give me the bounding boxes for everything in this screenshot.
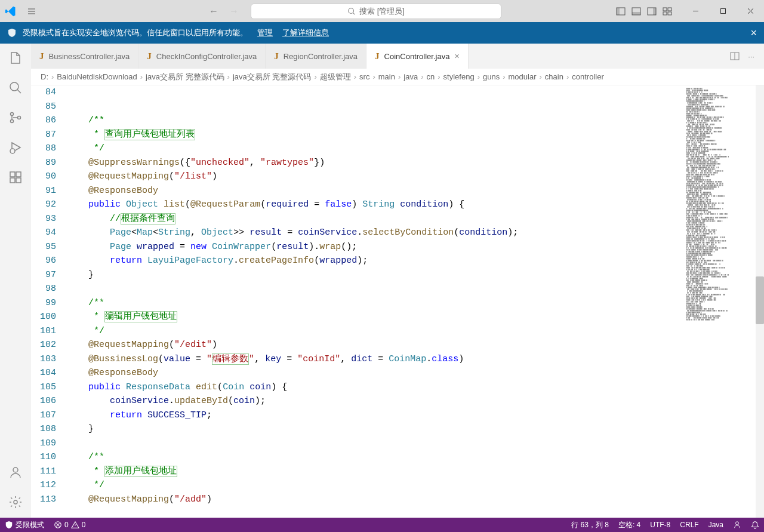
- tab-checkinconfigcontroller-java[interactable]: JCheckInConfigController.java: [138, 44, 266, 69]
- explorer-icon[interactable]: [8, 51, 23, 65]
- code-editor[interactable]: 8485868788899091929394959697989910010110…: [31, 85, 764, 518]
- run-debug-icon[interactable]: [8, 140, 23, 155]
- panel-bottom-icon[interactable]: [630, 5, 642, 17]
- layout-customize-icon[interactable]: [661, 5, 673, 17]
- code-line[interactable]: @BussinessLog(value = "编辑参数", key = "coi…: [67, 352, 684, 367]
- line-gutter: 8485868788899091929394959697989910010110…: [31, 85, 67, 518]
- minimize-button[interactable]: [682, 0, 709, 22]
- search-input[interactable]: 搜索 [管理员]: [251, 4, 501, 19]
- breadcrumb-item[interactable]: java: [403, 72, 418, 81]
- breadcrumbs[interactable]: D:›BaiduNetdiskDownload›java交易所 完整源代码›ja…: [31, 69, 764, 85]
- line-number: 100: [31, 310, 56, 324]
- breadcrumb-item[interactable]: src: [359, 72, 369, 81]
- panel-right-icon[interactable]: [646, 5, 658, 17]
- code-line[interactable]: [67, 85, 684, 100]
- code-line[interactable]: [67, 436, 684, 451]
- code-line[interactable]: coinService.updateById(coin);: [67, 394, 684, 408]
- status-feedback-icon[interactable]: [728, 518, 746, 532]
- status-language[interactable]: Java: [704, 518, 728, 532]
- breadcrumb-item[interactable]: chain: [545, 72, 563, 81]
- code-content[interactable]: /** * 查询用户钱包地址列表 */ @SuppressWarnings({"…: [67, 85, 684, 518]
- code-line[interactable]: }: [67, 268, 684, 282]
- code-line[interactable]: Page<Map<String, Object>> result = coinS…: [67, 226, 684, 240]
- nav-forward-icon[interactable]: →: [229, 6, 239, 17]
- code-line[interactable]: public ResponseData edit(Coin coin) {: [67, 380, 684, 395]
- code-line[interactable]: return LayuiPageFactory.createPageInfo(w…: [67, 254, 684, 268]
- breadcrumb-item[interactable]: java交易所 完整源代码: [233, 72, 311, 82]
- svg-rect-2: [617, 8, 620, 15]
- code-line[interactable]: @ResponseBody: [67, 184, 684, 198]
- restricted-mode-banner: 受限模式旨在实现安全地浏览代码。信任此窗口以启用所有功能。 管理 了解详细信息 …: [0, 22, 764, 44]
- code-line[interactable]: [67, 100, 684, 114]
- vertical-scrollbar[interactable]: [756, 85, 764, 518]
- banner-close-icon[interactable]: ×: [750, 27, 757, 39]
- panel-left-icon[interactable]: [615, 5, 627, 17]
- code-line[interactable]: @RequestMapping("/list"): [67, 170, 684, 184]
- status-restricted[interactable]: 受限模式: [0, 518, 49, 532]
- source-control-icon[interactable]: [8, 110, 23, 125]
- code-line[interactable]: * 编辑用户钱包地址: [67, 310, 684, 324]
- extensions-icon[interactable]: [8, 170, 23, 184]
- breadcrumb-item[interactable]: controller: [572, 72, 603, 81]
- status-indent[interactable]: 空格: 4: [614, 518, 645, 532]
- code-line[interactable]: }: [67, 422, 684, 436]
- minimap[interactable]: █████ ██ ████ ██ ██ █ ███ █ ██ ██ ██████…: [684, 85, 756, 518]
- breadcrumb-sep: ›: [51, 72, 54, 81]
- nav-back-icon[interactable]: ←: [209, 6, 218, 17]
- breadcrumb-item[interactable]: cn: [427, 72, 435, 81]
- code-line[interactable]: Page wrapped = new CoinWrapper(result).w…: [67, 240, 684, 254]
- java-file-icon: J: [39, 51, 44, 61]
- breadcrumb-sep: ›: [421, 72, 423, 81]
- split-editor-icon[interactable]: [730, 51, 740, 61]
- scrollbar-thumb[interactable]: [756, 276, 764, 324]
- more-actions-icon[interactable]: ···: [748, 52, 754, 61]
- tab-close-icon[interactable]: ×: [454, 51, 459, 61]
- code-line[interactable]: * 查询用户钱包地址列表: [67, 128, 684, 142]
- code-line[interactable]: */: [67, 142, 684, 156]
- line-number: 101: [31, 324, 56, 339]
- maximize-button[interactable]: [709, 0, 737, 22]
- code-line[interactable]: /**: [67, 113, 684, 128]
- breadcrumb-item[interactable]: BaiduNetdiskDownload: [57, 72, 137, 81]
- code-line[interactable]: */: [67, 324, 684, 339]
- banner-manage-link[interactable]: 管理: [257, 27, 273, 38]
- breadcrumb-item[interactable]: main: [378, 72, 395, 81]
- code-line[interactable]: * 添加用户钱包地址: [67, 465, 684, 479]
- breadcrumb-item[interactable]: 超级管理: [320, 72, 351, 82]
- breadcrumb-item[interactable]: java交易所 完整源代码: [146, 72, 224, 82]
- code-line[interactable]: */: [67, 478, 684, 493]
- line-number: 108: [31, 422, 56, 436]
- code-line[interactable]: /**: [67, 296, 684, 310]
- breadcrumb-item[interactable]: stylefeng: [443, 72, 475, 81]
- tab-coincontroller-java[interactable]: JCoinController.java×: [366, 44, 469, 69]
- status-bell-icon[interactable]: [746, 518, 764, 532]
- search-activity-icon[interactable]: [8, 81, 23, 95]
- breadcrumb-item[interactable]: modular: [509, 72, 537, 81]
- breadcrumb-item[interactable]: guns: [483, 72, 500, 81]
- accounts-icon[interactable]: [8, 465, 23, 479]
- editor-area: JBusinessController.javaJCheckInConfigCo…: [31, 44, 764, 518]
- status-eol[interactable]: CRLF: [675, 518, 703, 532]
- status-encoding[interactable]: UTF-8: [645, 518, 675, 532]
- code-line[interactable]: public Object list(@RequestParam(require…: [67, 198, 684, 212]
- code-line[interactable]: return SUCCESS_TIP;: [67, 408, 684, 423]
- code-line[interactable]: //根据条件查询: [67, 212, 684, 226]
- status-cursor[interactable]: 行 63，列 8: [566, 518, 614, 532]
- code-line[interactable]: [67, 282, 684, 296]
- breadcrumb-sep: ›: [398, 72, 401, 81]
- code-line[interactable]: @RequestMapping("/add"): [67, 493, 684, 507]
- menu-icon[interactable]: [21, 7, 42, 16]
- code-line[interactable]: /**: [67, 450, 684, 465]
- status-problems[interactable]: 0 0: [49, 518, 90, 532]
- close-button[interactable]: [737, 0, 764, 22]
- breadcrumb-sep: ›: [478, 72, 480, 81]
- code-line[interactable]: @SuppressWarnings({"unchecked", "rawtype…: [67, 156, 684, 170]
- tab-businesscontroller-java[interactable]: JBusinessController.java: [31, 44, 138, 69]
- settings-gear-icon[interactable]: [8, 495, 23, 509]
- breadcrumb-item[interactable]: D:: [41, 72, 48, 81]
- tab-regioncontroller-java[interactable]: JRegionController.java: [266, 44, 366, 69]
- svg-rect-18: [10, 178, 15, 183]
- code-line[interactable]: @ResponseBody: [67, 366, 684, 380]
- code-line[interactable]: @RequestMapping("/edit"): [67, 338, 684, 352]
- banner-learn-link[interactable]: 了解详细信息: [282, 27, 329, 38]
